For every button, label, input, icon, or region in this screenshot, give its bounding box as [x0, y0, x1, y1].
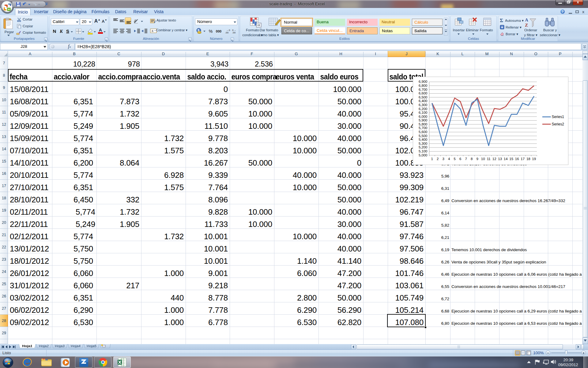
svg-text:5,700: 5,700 [419, 126, 428, 130]
svg-text:15: 15 [509, 157, 513, 161]
svg-text:5,900: 5,900 [419, 118, 428, 122]
svg-text:5,600: 5,600 [419, 130, 428, 134]
svg-text:A: A [525, 17, 528, 22]
svg-text:5,300: 5,300 [419, 142, 428, 145]
svg-text:11: 11 [487, 157, 491, 161]
svg-text:5,500: 5,500 [419, 134, 428, 138]
svg-text:14: 14 [504, 157, 508, 161]
svg-text:3: 3 [443, 157, 444, 161]
svg-text:6,200: 6,200 [419, 107, 428, 111]
svg-text:6,400: 6,400 [419, 99, 428, 103]
svg-text:5,200: 5,200 [419, 145, 428, 149]
svg-text:6,100: 6,100 [419, 111, 428, 114]
svg-text:10: 10 [481, 157, 485, 161]
svg-text:6,800: 6,800 [419, 84, 428, 87]
svg-text:7: 7 [465, 157, 467, 161]
svg-text:Series1: Series1 [552, 115, 564, 119]
svg-text:6,900: 6,900 [419, 80, 428, 83]
svg-text:6,300: 6,300 [419, 103, 428, 107]
svg-text:Z: Z [525, 23, 528, 28]
svg-text:18: 18 [526, 157, 530, 161]
svg-text:4: 4 [448, 157, 450, 161]
svg-text:12: 12 [492, 157, 496, 161]
svg-text:13: 13 [498, 157, 502, 161]
svg-text:5,800: 5,800 [419, 122, 428, 126]
svg-text:6: 6 [459, 157, 461, 161]
svg-text:a: a [152, 29, 153, 33]
svg-text:5,000: 5,000 [419, 153, 428, 157]
svg-text:17: 17 [521, 157, 525, 161]
svg-text:8: 8 [471, 157, 473, 161]
svg-text:2: 2 [437, 157, 439, 161]
svg-text:5: 5 [454, 157, 455, 161]
svg-text:6,600: 6,600 [419, 91, 428, 95]
svg-text:6,000: 6,000 [419, 115, 428, 118]
svg-text:5,100: 5,100 [419, 149, 428, 153]
svg-text:ab: ab [133, 18, 138, 23]
svg-text:.00: .00 [232, 31, 236, 34]
svg-text:1: 1 [431, 157, 433, 161]
svg-text:6,700: 6,700 [419, 88, 428, 91]
svg-text:5,400: 5,400 [419, 138, 428, 141]
svg-text:9: 9 [477, 157, 478, 161]
svg-text:Series2: Series2 [552, 122, 564, 126]
svg-text:6,500: 6,500 [419, 95, 428, 99]
svg-text:.00: .00 [225, 31, 229, 34]
svg-text:19: 19 [532, 157, 536, 161]
svg-text:16: 16 [515, 157, 519, 161]
